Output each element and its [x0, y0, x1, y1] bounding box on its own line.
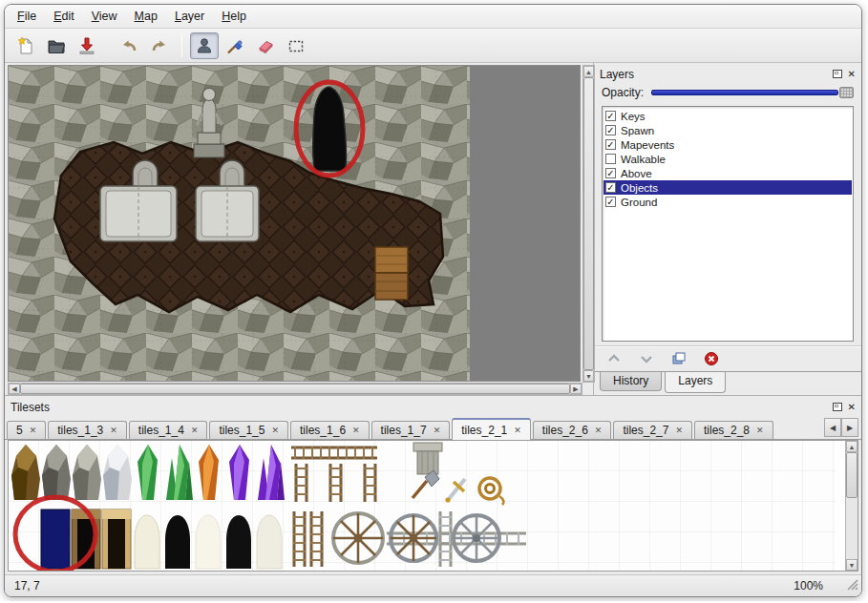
door-tile-light — [102, 509, 131, 569]
map-horizontal-scrollbar[interactable]: ◀ ▶ — [8, 383, 582, 395]
scroll-right-icon[interactable]: ▶ — [570, 384, 582, 394]
tileset-tab-5[interactable]: 5 ✕ — [7, 421, 46, 439]
tab-scroll-left-icon[interactable]: ◀ — [824, 418, 841, 437]
layers-panel: Layers ✕ Opacity: ✓ Keys ✓ — [593, 63, 861, 395]
tilesets-panel-header: Tilesets ✕ — [5, 396, 861, 415]
tileset-tab-tiles_1_5[interactable]: tiles_1_5 ✕ — [209, 421, 288, 439]
map-area: ▲ ▼ ◀ ▶ — [5, 63, 593, 395]
tileset-tab-tiles_1_3[interactable]: tiles_1_3 ✕ — [48, 421, 127, 439]
arch-tile-black — [226, 515, 251, 569]
tileset-tab-tiles_1_4[interactable]: tiles_1_4 ✕ — [129, 421, 208, 439]
tab-history[interactable]: History — [600, 372, 662, 391]
layer-row-objects[interactable]: ✓ Objects — [603, 180, 852, 195]
redo-icon — [150, 36, 169, 55]
layer-checkbox[interactable]: ✓ — [605, 168, 616, 178]
selected-tile[interactable] — [41, 509, 70, 569]
layer-row-mapevents[interactable]: ✓ Mapevents — [603, 137, 852, 152]
scroll-down-icon[interactable]: ▼ — [846, 559, 857, 571]
layer-row-walkable[interactable]: Walkable — [603, 152, 852, 166]
map-view[interactable] — [8, 65, 581, 382]
scrollbar-thumb[interactable] — [583, 77, 594, 370]
close-tab-icon[interactable]: ✕ — [191, 426, 199, 435]
close-tab-icon[interactable]: ✕ — [756, 426, 764, 435]
resize-grip[interactable] — [846, 578, 858, 593]
scroll-up-icon[interactable]: ▲ — [846, 441, 857, 452]
rect-select-tool-button[interactable] — [282, 32, 310, 59]
tileset-tab-tiles_2_7[interactable]: tiles_2_7 ✕ — [613, 421, 692, 439]
delete-layer-button[interactable] — [701, 349, 722, 368]
tileset-tab-tiles_2_6[interactable]: tiles_2_6 ✕ — [533, 421, 612, 439]
layer-checkbox[interactable]: ✓ — [605, 182, 616, 193]
layer-name: Keys — [621, 111, 646, 122]
fill-tool-button[interactable] — [221, 32, 249, 59]
menu-view[interactable]: View — [83, 6, 126, 27]
close-tab-icon[interactable]: ✕ — [434, 426, 441, 435]
map-editor-window: File Edit View Map Layer Help — [4, 4, 862, 597]
close-panel-icon[interactable]: ✕ — [848, 403, 856, 412]
stamp-tool-button[interactable] — [190, 32, 219, 59]
menu-map[interactable]: Map — [126, 6, 166, 27]
layer-row-ground[interactable]: ✓ Ground — [603, 195, 852, 209]
scrollbar-thumb[interactable] — [846, 452, 857, 498]
open-map-icon — [47, 36, 66, 55]
layer-buttons-row — [594, 345, 861, 371]
eraser-tool-button[interactable] — [251, 32, 280, 59]
menu-edit[interactable]: Edit — [45, 6, 83, 27]
layer-row-spawn[interactable]: ✓ Spawn — [603, 123, 852, 137]
scroll-down-icon[interactable]: ▼ — [583, 370, 594, 382]
menu-help[interactable]: Help — [213, 6, 255, 27]
save-map-button[interactable] — [73, 32, 101, 59]
tileset-vertical-scrollbar[interactable]: ▲ ▼ — [845, 441, 857, 571]
floor-door-sprite — [196, 186, 259, 241]
eraser-tool-icon — [256, 36, 275, 55]
menu-layer[interactable]: Layer — [166, 6, 213, 27]
new-map-button[interactable] — [11, 32, 40, 59]
toolbar-separator — [181, 34, 182, 57]
menu-file[interactable]: File — [9, 6, 45, 27]
layers-dock-tabs: History Layers — [594, 371, 861, 395]
close-tab-icon[interactable]: ✕ — [30, 426, 37, 435]
layer-row-keys[interactable]: ✓ Keys — [603, 109, 852, 123]
tileset-tab-tiles_1_6[interactable]: tiles_1_6 ✕ — [290, 421, 370, 439]
tab-layers[interactable]: Layers — [665, 372, 726, 393]
layer-checkbox[interactable]: ✓ — [605, 197, 616, 207]
tab-scroll-right-icon[interactable]: ▶ — [841, 418, 858, 437]
close-tab-icon[interactable]: ✕ — [271, 426, 279, 435]
opacity-slider[interactable] — [651, 86, 854, 99]
tileset-view[interactable]: ▲ ▼ — [8, 440, 858, 572]
arch-tile-faint — [257, 515, 282, 569]
scroll-left-icon[interactable]: ◀ — [9, 384, 20, 394]
layer-row-above[interactable]: ✓ Above — [603, 166, 852, 180]
layer-checkbox[interactable]: ✓ — [605, 111, 616, 121]
arch-tile-white — [135, 515, 159, 569]
layer-checkbox[interactable]: ✓ — [605, 125, 616, 135]
open-map-button[interactable] — [42, 32, 71, 59]
close-tab-icon[interactable]: ✕ — [110, 426, 117, 435]
redo-button[interactable] — [145, 32, 174, 59]
opacity-slider-handle[interactable] — [839, 87, 854, 98]
duplicate-layer-button[interactable] — [668, 349, 689, 368]
undo-button[interactable] — [115, 32, 143, 59]
layers-panel-title: Layers — [600, 68, 634, 81]
close-tab-icon[interactable]: ✕ — [352, 426, 360, 435]
layer-list: ✓ Keys ✓ Spawn ✓ Mapevents Walkable ✓ — [602, 106, 854, 342]
layer-name: Spawn — [621, 125, 654, 136]
move-layer-up-button[interactable] — [603, 349, 625, 368]
chevron-up-icon — [606, 352, 622, 365]
scroll-up-icon[interactable]: ▲ — [583, 66, 594, 77]
tileset-tabbar: 5 ✕ tiles_1_3 ✕ tiles_1_4 ✕ tiles_1_5 ✕ … — [5, 415, 861, 440]
float-panel-icon[interactable] — [833, 70, 842, 78]
tileset-tab-tiles_1_7[interactable]: tiles_1_7 ✕ — [371, 421, 451, 439]
float-panel-icon[interactable] — [833, 403, 842, 411]
tileset-tab-tiles_2_1[interactable]: tiles_2_1 ✕ — [452, 418, 531, 440]
move-layer-down-button[interactable] — [636, 349, 657, 368]
close-tab-icon[interactable]: ✕ — [514, 426, 521, 435]
map-vertical-scrollbar[interactable]: ▲ ▼ — [582, 65, 595, 383]
close-tab-icon[interactable]: ✕ — [595, 426, 603, 435]
close-tab-icon[interactable]: ✕ — [675, 426, 683, 435]
close-panel-icon[interactable]: ✕ — [848, 70, 856, 79]
layer-checkbox[interactable]: ✓ — [605, 139, 616, 150]
layer-checkbox-unchecked[interactable] — [605, 154, 616, 164]
tileset-tab-tiles_2_8[interactable]: tiles_2_8 ✕ — [694, 421, 773, 439]
scrollbar-thumb[interactable] — [20, 384, 570, 394]
